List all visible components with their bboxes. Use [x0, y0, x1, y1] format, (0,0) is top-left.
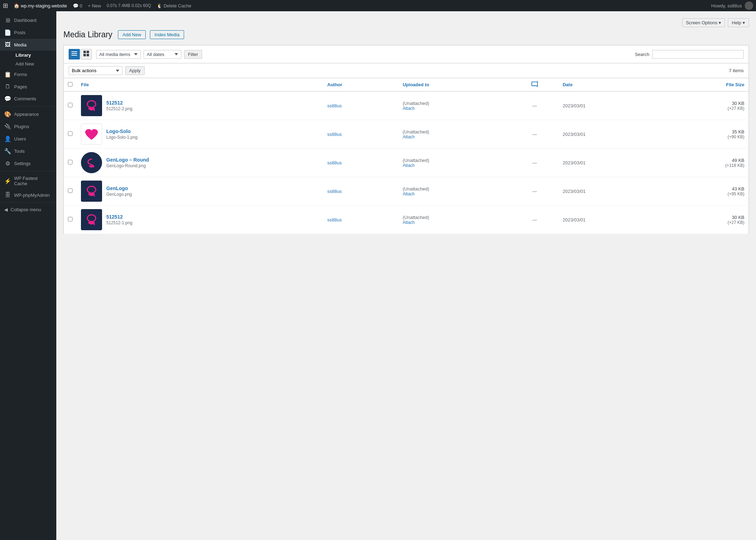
- file-name-link[interactable]: GenLogo – Round: [106, 157, 149, 163]
- screen-options-chevron-icon: ▾: [719, 20, 721, 25]
- col-header-uploaded[interactable]: Uploaded to: [398, 78, 511, 92]
- file-name-link[interactable]: 512512: [106, 100, 132, 106]
- date-filter[interactable]: All dates March 2023: [144, 50, 181, 59]
- file-thumbnail[interactable]: [81, 152, 102, 173]
- page-title: Media Library: [63, 30, 112, 39]
- row-uploaded-cell: (Unattached) Attach: [398, 206, 511, 234]
- row-author-cell: ss88us: [323, 177, 398, 206]
- sidebar-item-media[interactable]: 🖼 Media: [0, 39, 56, 51]
- adminbar-comments[interactable]: 💬 0: [73, 3, 82, 8]
- select-all-checkbox[interactable]: [68, 82, 73, 87]
- sidebar-item-settings[interactable]: ⚙ Settings: [0, 157, 56, 170]
- file-name-link[interactable]: Logo-Solo: [106, 128, 138, 134]
- row-checkbox[interactable]: [68, 160, 73, 164]
- add-new-button[interactable]: Add New: [118, 30, 146, 39]
- row-author-cell: ss88us: [323, 120, 398, 149]
- row-comment-cell: —: [511, 92, 558, 120]
- row-file-cell: 512512 512512-2.png: [77, 92, 323, 120]
- row-author-cell: ss88us: [323, 206, 398, 234]
- adminbar-site[interactable]: 🏠 wp.my-staging.website: [14, 3, 67, 8]
- file-size-main: 35 KB: [664, 129, 745, 134]
- file-thumbnail[interactable]: [81, 209, 102, 230]
- index-media-button[interactable]: Index Media: [150, 30, 184, 39]
- col-header-author[interactable]: Author: [323, 78, 398, 92]
- adminbar-perf: 0.07s 7.4MB 0.02s 60Q: [107, 3, 151, 8]
- sidebar-item-users[interactable]: 👤 Users: [0, 133, 56, 145]
- file-size-sub: (+95 KB): [664, 191, 745, 196]
- sidebar-item-forms[interactable]: 📋 Forms: [0, 68, 56, 81]
- bulk-actions-select[interactable]: Bulk actions Delete Permanently: [69, 66, 122, 75]
- media-type-filter[interactable]: All media items Images Audio Video Docum…: [96, 50, 141, 59]
- attach-link[interactable]: Attach: [403, 163, 506, 168]
- file-filename: 512512-1.png: [106, 220, 132, 225]
- sidebar-item-posts[interactable]: 📄 Posts: [0, 26, 56, 39]
- users-icon: 👤: [4, 136, 11, 142]
- comment-value: —: [515, 217, 554, 222]
- col-header-date[interactable]: Date: [559, 78, 660, 92]
- attach-link[interactable]: Attach: [403, 220, 506, 225]
- collapse-icon: ◀: [4, 207, 8, 212]
- grid-view-button[interactable]: [81, 49, 92, 59]
- col-header-file[interactable]: File: [77, 78, 323, 92]
- file-thumbnail[interactable]: [81, 95, 102, 116]
- row-checkbox[interactable]: [68, 217, 73, 221]
- file-name-link[interactable]: 512512: [106, 214, 132, 220]
- sidebar-item-wp-phpmyadmin[interactable]: 🗄 WP-phpMyAdmin: [0, 189, 56, 201]
- wp-layout: ⊞ Dashboard 📄 Posts 🖼 Media Library Add …: [0, 11, 756, 540]
- date-value: 2023/03/01: [563, 160, 586, 165]
- sidebar-item-label: Posts: [14, 30, 26, 35]
- list-view-button[interactable]: [69, 49, 80, 59]
- sidebar-item-plugins[interactable]: 🔌 Plugins: [0, 120, 56, 133]
- row-checkbox[interactable]: [68, 103, 73, 107]
- attach-link[interactable]: Attach: [403, 106, 506, 111]
- row-checkbox[interactable]: [68, 188, 73, 193]
- comment-value: —: [515, 132, 554, 137]
- date-value: 2023/03/01: [563, 189, 586, 194]
- author-link[interactable]: ss88us: [327, 160, 342, 165]
- row-checkbox[interactable]: [68, 131, 73, 136]
- row-uploaded-cell: (Unattached) Attach: [398, 92, 511, 120]
- file-thumbnail[interactable]: [81, 181, 102, 202]
- sidebar-item-appearance[interactable]: 🎨 Appearance: [0, 108, 56, 120]
- table-row: 512512 512512-1.png ss88us (Unattached) …: [64, 206, 749, 234]
- sidebar-subitem-library[interactable]: Library: [4, 51, 56, 59]
- attach-link[interactable]: Attach: [403, 134, 506, 139]
- adminbar-delete-cache[interactable]: 🐧 Delete Cache: [157, 3, 191, 8]
- posts-icon: 📄: [4, 29, 11, 36]
- file-info: 512512 512512-2.png: [106, 100, 132, 111]
- new-label: + New: [88, 3, 101, 8]
- file-name-link[interactable]: GenLogo: [106, 186, 132, 191]
- uploaded-status: (Unattached): [403, 101, 429, 106]
- sidebar-item-wp-fastest-cache[interactable]: ⚡ WP Fastest Cache: [0, 173, 56, 189]
- author-link[interactable]: ss88us: [327, 189, 342, 194]
- filter-button[interactable]: Filter: [184, 50, 202, 59]
- author-link[interactable]: ss88us: [327, 103, 342, 108]
- attach-link[interactable]: Attach: [403, 191, 506, 196]
- apply-button[interactable]: Apply: [125, 66, 145, 75]
- sidebar-item-tools[interactable]: 🔧 Tools: [0, 145, 56, 157]
- row-size-cell: 35 KB (+90 KB): [660, 120, 749, 149]
- table-header-row: File Author Uploaded to Date File Size: [64, 78, 749, 92]
- sidebar-item-pages[interactable]: 🗒 Pages: [0, 81, 56, 93]
- sidebar-item-dashboard[interactable]: ⊞ Dashboard: [0, 14, 56, 26]
- author-link[interactable]: ss88us: [327, 132, 342, 137]
- collapse-menu-button[interactable]: ◀ Collapse menu: [0, 204, 56, 215]
- avatar[interactable]: [745, 1, 753, 10]
- adminbar-new[interactable]: + New: [88, 3, 101, 8]
- row-date-cell: 2023/03/01: [559, 206, 660, 234]
- wp-logo-icon[interactable]: ⊞: [3, 2, 8, 10]
- col-header-check: [64, 78, 77, 92]
- sidebar-item-comments[interactable]: 💬 Comments: [0, 93, 56, 105]
- screen-options-button[interactable]: Screen Options ▾: [682, 18, 725, 27]
- file-info: GenLogo GenLogo.png: [106, 186, 132, 197]
- row-uploaded-cell: (Unattached) Attach: [398, 177, 511, 206]
- col-header-size[interactable]: File Size: [660, 78, 749, 92]
- svg-rect-0: [71, 51, 77, 52]
- file-thumbnail[interactable]: [81, 124, 102, 145]
- author-link[interactable]: ss88us: [327, 217, 342, 222]
- row-size-cell: 30 KB (+27 KB): [660, 92, 749, 120]
- uploaded-status: (Unattached): [403, 215, 429, 220]
- sidebar-subitem-add-new[interactable]: Add New: [4, 59, 56, 68]
- help-button[interactable]: Help ▾: [728, 18, 749, 27]
- search-input[interactable]: [652, 50, 744, 59]
